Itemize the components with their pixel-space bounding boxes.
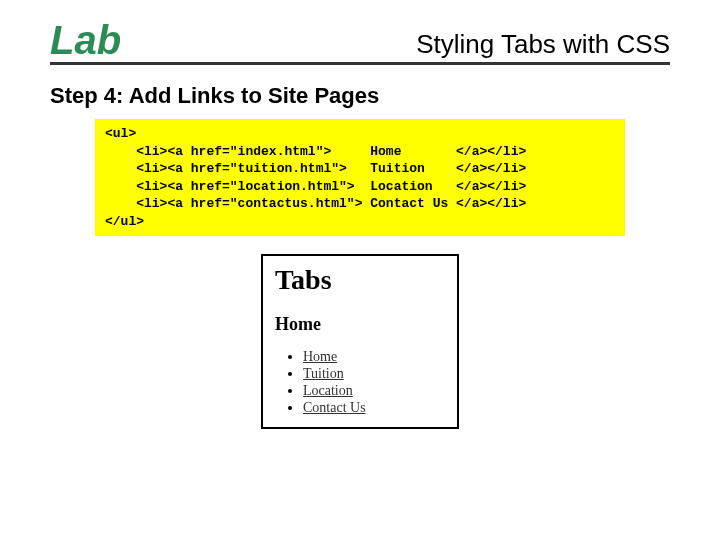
list-item: Contact Us bbox=[303, 400, 445, 416]
slide-header: Lab Styling Tabs with CSS bbox=[50, 20, 670, 65]
code-line: <ul> bbox=[105, 125, 615, 143]
nav-link-home[interactable]: Home bbox=[303, 349, 337, 364]
code-line: </ul> bbox=[105, 213, 615, 231]
code-line: <li><a href="index.html"> Home </a></li> bbox=[105, 143, 615, 161]
nav-link-tuition[interactable]: Tuition bbox=[303, 366, 344, 381]
code-line: <li><a href="tuition.html"> Tuition </a>… bbox=[105, 160, 615, 178]
list-item: Tuition bbox=[303, 366, 445, 382]
preview-nav-list: Home Tuition Location Contact Us bbox=[275, 349, 445, 416]
list-item: Location bbox=[303, 383, 445, 399]
nav-link-location[interactable]: Location bbox=[303, 383, 353, 398]
preview-heading: Tabs bbox=[275, 264, 445, 296]
browser-preview: Tabs Home Home Tuition Location Contact … bbox=[261, 254, 459, 429]
slide-title: Styling Tabs with CSS bbox=[416, 29, 670, 60]
code-block: <ul> <li><a href="index.html"> Home </a>… bbox=[95, 119, 625, 236]
list-item: Home bbox=[303, 349, 445, 365]
step-heading: Step 4: Add Links to Site Pages bbox=[50, 83, 670, 109]
nav-link-contact[interactable]: Contact Us bbox=[303, 400, 366, 415]
preview-subheading: Home bbox=[275, 314, 445, 335]
code-line: <li><a href="contactus.html"> Contact Us… bbox=[105, 195, 615, 213]
code-line: <li><a href="location.html"> Location </… bbox=[105, 178, 615, 196]
lab-label: Lab bbox=[50, 20, 121, 60]
